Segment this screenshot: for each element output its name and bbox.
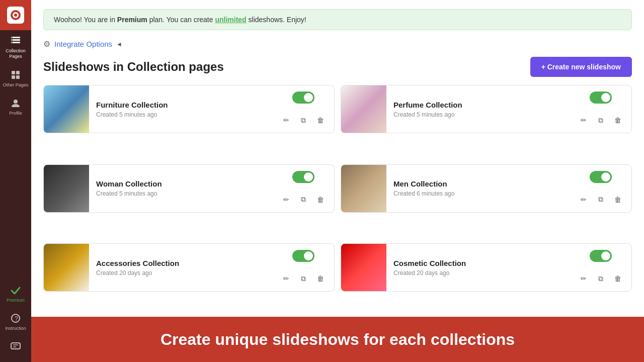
svg-point-2: [14, 14, 17, 17]
card-actions-perfume: ✏ ⧉ 🗑: [570, 85, 631, 133]
delete-button-woman[interactable]: 🗑: [314, 193, 327, 206]
sidebar-item-premium[interactable]: Premium: [0, 280, 31, 308]
copy-button-perfume[interactable]: ⧉: [594, 114, 607, 127]
instruction-icon: ?: [10, 313, 21, 324]
card-date-furniture: Created 5 minutes ago: [96, 111, 266, 118]
premium-banner: Woohoo! You are in Premium plan. You can…: [43, 9, 632, 30]
sidebar-item-instruction[interactable]: ? Instruction: [0, 308, 31, 336]
slideshow-card-men: Men Collection Created 6 minutes ago ✏ ⧉…: [341, 164, 632, 213]
svg-rect-10: [16, 71, 20, 74]
card-content-accessories: Accessories Collection Created 20 days a…: [89, 244, 273, 291]
card-name-cosmetic: Cosmetic Collection: [393, 259, 563, 267]
svg-point-8: [12, 42, 13, 43]
card-icons-furniture: ✏ ⧉ 🗑: [280, 114, 327, 127]
svg-rect-11: [12, 75, 15, 79]
sidebar-item-collection-label: Collection Pages: [2, 48, 29, 59]
delete-button-accessories[interactable]: 🗑: [314, 272, 327, 285]
svg-point-13: [14, 100, 18, 104]
sidebar-item-chat[interactable]: [0, 336, 31, 357]
card-content-perfume: Perfume Collection Created 5 minutes ago: [386, 85, 570, 133]
card-name-furniture: Furniture Collection: [96, 101, 266, 109]
app-logo: [0, 0, 31, 30]
card-actions-men: ✏ ⧉ 🗑: [570, 165, 631, 212]
toggle-accessories[interactable]: [292, 250, 314, 262]
sidebar-item-collection-pages[interactable]: Collection Pages: [0, 30, 31, 64]
copy-button-men[interactable]: ⧉: [594, 193, 607, 206]
edit-button-men[interactable]: ✏: [577, 193, 590, 206]
card-name-men: Men Collection: [393, 179, 563, 188]
delete-button-perfume[interactable]: 🗑: [611, 114, 624, 127]
card-name-woman: Woman Collection: [96, 179, 266, 188]
sidebar-item-other-pages[interactable]: Other Pages: [0, 64, 31, 93]
card-date-cosmetic: Created 20 days ago: [393, 269, 563, 277]
card-date-perfume: Created 5 minutes ago: [393, 111, 563, 118]
edit-button-furniture[interactable]: ✏: [280, 114, 293, 127]
copy-button-woman[interactable]: ⧉: [297, 193, 310, 206]
chat-icon: [10, 341, 21, 352]
toggle-perfume[interactable]: [590, 92, 612, 104]
card-name-accessories: Accessories Collection: [96, 259, 266, 267]
slideshow-card-woman: Woman Collection Created 5 minutes ago ✏…: [43, 164, 335, 213]
delete-button-men[interactable]: 🗑: [611, 193, 624, 206]
delete-button-cosmetic[interactable]: 🗑: [611, 272, 624, 285]
create-slideshow-button[interactable]: + Create new slideshow: [530, 57, 632, 77]
slideshow-card-perfume: Perfume Collection Created 5 minutes ago…: [341, 85, 632, 133]
edit-button-cosmetic[interactable]: ✏: [577, 272, 590, 285]
bottom-banner: Create unique slideshows for each collec…: [31, 317, 644, 362]
copy-button-cosmetic[interactable]: ⧉: [594, 272, 607, 285]
card-date-men: Created 6 minutes ago: [393, 190, 563, 197]
premium-checkmark-icon: [10, 285, 21, 296]
plan-name: Premium: [117, 16, 147, 24]
other-pages-icon: [10, 69, 21, 80]
svg-point-7: [12, 39, 13, 41]
sidebar-item-other-label: Other Pages: [3, 82, 29, 88]
svg-rect-9: [12, 71, 15, 74]
sidebar-item-profile[interactable]: Profile: [0, 93, 31, 121]
page-header: Slideshows in Collection pages + Create …: [43, 57, 632, 77]
collection-pages-icon: [10, 35, 21, 46]
card-icons-woman: ✏ ⧉ 🗑: [280, 193, 327, 206]
card-name-perfume: Perfume Collection: [393, 101, 563, 109]
svg-rect-16: [11, 343, 20, 349]
svg-rect-12: [16, 75, 20, 79]
sidebar-item-profile-label: Profile: [9, 111, 22, 116]
svg-point-6: [12, 37, 13, 38]
integrate-options[interactable]: ⚙ Integrate Options ◄: [43, 39, 632, 49]
copy-button-furniture[interactable]: ⧉: [297, 114, 310, 127]
copy-button-accessories[interactable]: ⧉: [297, 272, 310, 285]
toggle-men[interactable]: [590, 171, 612, 183]
card-thumbnail-accessories: [44, 244, 89, 291]
card-content-woman: Woman Collection Created 5 minutes ago: [89, 165, 273, 212]
delete-button-furniture[interactable]: 🗑: [314, 114, 327, 127]
sidebar-item-premium-label: Premium: [7, 298, 25, 303]
sidebar-bottom: Premium ? Instruction: [0, 280, 31, 362]
card-thumbnail-cosmetic: [341, 244, 386, 291]
card-icons-cosmetic: ✏ ⧉ 🗑: [577, 272, 624, 285]
page-title: Slideshows in Collection pages: [43, 60, 224, 74]
sidebar-item-instruction-label: Instruction: [5, 326, 26, 331]
toggle-cosmetic[interactable]: [590, 250, 612, 262]
unlimited-text: unlimited: [215, 16, 246, 24]
card-date-woman: Created 5 minutes ago: [96, 190, 266, 197]
card-thumbnail-men: [341, 165, 386, 212]
card-thumbnail-woman: [44, 165, 89, 212]
bottom-banner-text: Create unique slideshows for each collec…: [160, 330, 515, 349]
gear-icon: ⚙: [43, 39, 50, 49]
toggle-woman[interactable]: [292, 171, 314, 183]
edit-button-perfume[interactable]: ✏: [577, 114, 590, 127]
slideshow-card-cosmetic: Cosmetic Collection Created 20 days ago …: [341, 243, 632, 292]
profile-icon: [10, 98, 21, 109]
card-actions-furniture: ✏ ⧉ 🗑: [273, 85, 334, 133]
slideshows-grid: Furniture Collection Created 5 minutes a…: [43, 85, 632, 317]
card-icons-men: ✏ ⧉ 🗑: [577, 193, 624, 206]
slideshow-card-furniture: Furniture Collection Created 5 minutes a…: [43, 85, 335, 133]
sidebar: Collection Pages Other Pages Profile: [0, 0, 31, 362]
card-content-cosmetic: Cosmetic Collection Created 20 days ago: [386, 244, 570, 291]
card-icons-accessories: ✏ ⧉ 🗑: [280, 272, 327, 285]
edit-button-accessories[interactable]: ✏: [280, 272, 293, 285]
edit-button-woman[interactable]: ✏: [280, 193, 293, 206]
integrate-options-label: Integrate Options: [54, 40, 112, 48]
collapse-arrow-icon: ◄: [116, 41, 122, 48]
card-icons-perfume: ✏ ⧉ 🗑: [577, 114, 624, 127]
toggle-furniture[interactable]: [292, 92, 314, 104]
